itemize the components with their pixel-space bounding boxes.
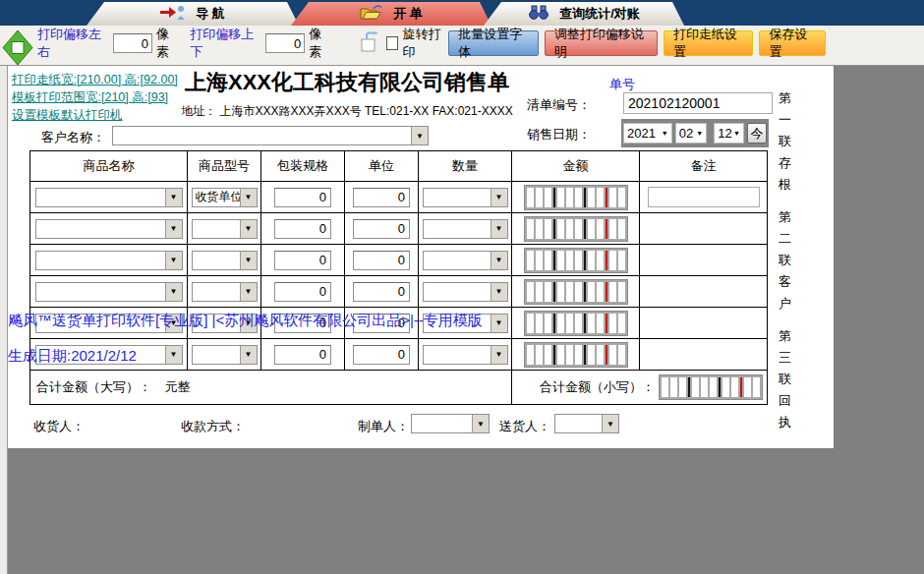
deliverer-label: 送货人：	[499, 418, 550, 435]
model-select[interactable]: ▼	[192, 314, 258, 333]
amount-digit-grid	[524, 311, 628, 336]
save-settings-button[interactable]: 保存设置	[759, 30, 826, 56]
offset-tb-label: 打印偏移上下	[190, 26, 261, 61]
spec-input[interactable]	[274, 282, 331, 302]
tab-navigation[interactable]: 导 航	[87, 2, 299, 26]
qty-select[interactable]: ▼	[423, 282, 508, 302]
qty-select[interactable]: ▼	[423, 188, 508, 207]
chevron-down-icon[interactable]: ▼	[240, 315, 257, 332]
chevron-down-icon: ▼	[733, 130, 740, 137]
chevron-down-icon[interactable]: ▼	[240, 189, 257, 206]
chevron-down-icon[interactable]: ▼	[491, 252, 507, 269]
note-input[interactable]	[648, 187, 760, 207]
offset-lr-label: 打印偏移左右	[37, 26, 109, 61]
unit-input[interactable]	[353, 282, 410, 302]
day-select[interactable]: 12▼	[714, 123, 744, 144]
product-select[interactable]: ▼	[35, 251, 183, 270]
qty-select[interactable]: ▼	[423, 314, 508, 333]
rotate-print-label: 旋转打印	[402, 26, 448, 61]
product-select[interactable]: ▼	[35, 188, 183, 207]
unit-input[interactable]	[353, 314, 410, 333]
sale-date-label: 销售日期：	[527, 126, 591, 144]
batch-font-button[interactable]: 批量设置字体	[448, 30, 538, 56]
spec-input[interactable]	[274, 219, 331, 239]
page-title: 上海XXX化工科技有限公司销售单	[150, 68, 544, 97]
spec-input[interactable]	[274, 188, 331, 207]
tab-billing[interactable]: 开 单	[291, 2, 491, 26]
toolbar: 打印偏移左右 像素 打印偏移上下 像素 旋转打印 批量设置字体 调整打印偏移说明…	[0, 26, 924, 61]
total-amount-cn-label: 合计金额（大写）：	[36, 379, 151, 394]
diamond-nav-icon[interactable]	[2, 29, 33, 70]
list-no-input[interactable]	[623, 92, 773, 114]
chevron-down-icon[interactable]: ▼	[411, 127, 428, 144]
year-select[interactable]: 2021▼	[623, 123, 672, 144]
total-amount-cn-value: 元整	[165, 379, 191, 394]
product-select[interactable]: ▼	[35, 345, 183, 365]
spec-input[interactable]	[274, 251, 331, 270]
list-no-label: 清单编号：	[527, 96, 591, 114]
unit-input[interactable]	[353, 345, 410, 365]
qty-select[interactable]: ▼	[423, 219, 508, 239]
product-select[interactable]: ▼	[35, 314, 183, 333]
chevron-down-icon[interactable]: ▼	[491, 189, 507, 206]
amount-digit-grid	[524, 342, 628, 368]
col-header: 商品名称	[30, 151, 188, 182]
chevron-down-icon[interactable]: ▼	[240, 252, 257, 269]
chevron-down-icon[interactable]: ▼	[472, 415, 489, 432]
tab-label: 开 单	[393, 5, 423, 23]
deliverer-select[interactable]: ▼	[554, 414, 619, 433]
col-header: 备注	[640, 151, 768, 182]
chevron-down-icon[interactable]: ▼	[491, 315, 507, 332]
today-button[interactable]: 今	[747, 123, 767, 144]
chevron-down-icon[interactable]: ▼	[165, 189, 182, 206]
rotate-print-checkbox[interactable]	[386, 36, 399, 50]
offset-lr-input[interactable]	[113, 33, 152, 53]
chevron-down-icon[interactable]: ▼	[602, 415, 618, 432]
adjust-offset-help-button[interactable]: 调整打印偏移说明	[545, 30, 658, 56]
product-select[interactable]: ▼	[35, 219, 183, 239]
chevron-down-icon[interactable]: ▼	[491, 346, 507, 364]
tab-strip: 导 航 开 单 查询统计/对账	[0, 0, 924, 26]
total-digit-grid	[659, 374, 763, 400]
rotate-print-icon	[359, 31, 380, 55]
model-select[interactable]: ▼	[192, 251, 258, 270]
default-printer-link[interactable]: 设置模板默认打印机	[12, 107, 123, 124]
model-select[interactable]: ▼	[192, 219, 258, 239]
paper-feed-button[interactable]: 打印走纸设置	[664, 30, 753, 56]
order-no-link[interactable]: 单号	[609, 76, 635, 93]
model-select[interactable]: 收货单位1▼	[192, 188, 258, 207]
spec-input[interactable]	[274, 345, 331, 365]
chevron-down-icon[interactable]: ▼	[491, 220, 507, 238]
month-select[interactable]: 02▼	[675, 123, 708, 144]
offset-tb-input[interactable]	[265, 33, 305, 53]
customer-select[interactable]: ▼	[112, 126, 429, 145]
chevron-down-icon[interactable]: ▼	[491, 283, 507, 301]
total-amount-num-label: 合计金额（小写）：	[540, 378, 655, 396]
chevron-down-icon[interactable]: ▼	[240, 283, 257, 301]
items-table: 商品名称 商品型号 包装规格 单位 数量 金额 备注 ▼ 收货单位1▼ ▼ ▼ …	[29, 150, 768, 405]
qty-select[interactable]: ▼	[423, 345, 508, 365]
model-select[interactable]: ▼	[192, 345, 258, 365]
tab-query-stats[interactable]: 查询统计/对账	[484, 2, 684, 26]
model-select[interactable]: ▼	[192, 282, 258, 302]
col-header: 包装规格	[261, 151, 345, 182]
unit-input[interactable]	[353, 188, 410, 207]
qty-select[interactable]: ▼	[423, 251, 508, 270]
chevron-down-icon[interactable]: ▼	[165, 346, 182, 364]
chevron-down-icon: ▼	[696, 130, 703, 137]
unit-input[interactable]	[353, 251, 410, 270]
sales-form-page: 打印走纸宽:[210.00] 高:[92.00] 模板打印范围宽:[210] 高…	[8, 66, 834, 448]
chevron-down-icon[interactable]: ▼	[240, 346, 257, 364]
chevron-down-icon[interactable]: ▼	[165, 252, 182, 269]
chevron-down-icon[interactable]: ▼	[240, 220, 257, 238]
product-select[interactable]: ▼	[35, 282, 183, 302]
chevron-down-icon[interactable]: ▼	[165, 315, 182, 332]
chevron-down-icon[interactable]: ▼	[165, 283, 182, 301]
chevron-down-icon[interactable]: ▼	[165, 220, 182, 238]
left-scroll-strip	[0, 66, 8, 574]
open-folder-icon	[360, 5, 383, 24]
maker-select[interactable]: ▼	[411, 414, 490, 433]
amount-digit-grid	[524, 248, 628, 273]
unit-input[interactable]	[353, 219, 410, 239]
spec-input[interactable]	[274, 314, 331, 333]
